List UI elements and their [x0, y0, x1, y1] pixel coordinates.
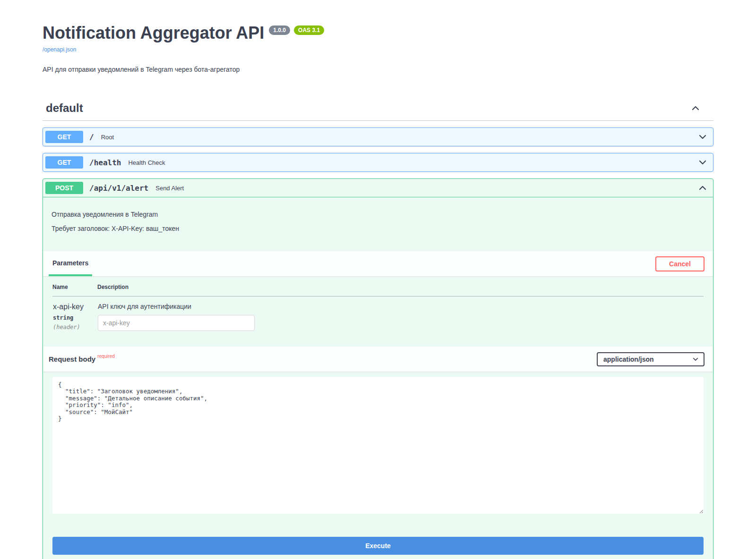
- parameter-type: string: [53, 314, 97, 321]
- openapi-spec-link[interactable]: /openapi.json: [43, 46, 76, 53]
- tag-header-default[interactable]: default: [43, 102, 713, 121]
- op-path: /: [83, 133, 99, 142]
- opblock-summary-get-health[interactable]: GET /health Health Check: [43, 153, 713, 171]
- opblock-summary-get-root[interactable]: GET / Root: [43, 128, 713, 146]
- op-summary-text: Send Alert: [153, 185, 184, 192]
- method-badge-post: POST: [45, 182, 83, 194]
- media-type-select[interactable]: application/json: [597, 352, 704, 366]
- opblock-body: Отправка уведомления в Telegram Требует …: [43, 197, 713, 559]
- media-type-wrap: application/json: [597, 352, 704, 366]
- cancel-button[interactable]: Cancel: [655, 256, 704, 271]
- op-summary-text: Root: [99, 134, 114, 141]
- op-path: /api/v1/alert: [83, 184, 153, 193]
- parameter-name: x-api-key: [53, 303, 97, 311]
- collapse-section-icon[interactable]: [691, 103, 700, 113]
- column-header-description: Description: [97, 284, 704, 296]
- required-badge: required: [97, 354, 115, 359]
- method-badge-get: GET: [45, 131, 83, 143]
- request-body-editor: { "title": "Заголовок уведомления", "mes…: [43, 372, 713, 514]
- expand-operation-icon[interactable]: [698, 132, 707, 142]
- operation-description-line1: Отправка уведомления в Telegram: [52, 211, 704, 218]
- op-summary-text: Health Check: [126, 159, 165, 166]
- version-badge: 1.0.0: [269, 25, 290, 35]
- api-description: API для отправки уведомлений в Telegram …: [43, 66, 713, 73]
- method-badge-get: GET: [45, 156, 83, 169]
- opblock-summary-post-alert[interactable]: POST /api/v1/alert Send Alert: [43, 179, 713, 197]
- expand-operation-icon[interactable]: [698, 158, 707, 167]
- tag-title: default: [46, 102, 83, 115]
- oas-badge: OAS 3.1: [294, 25, 324, 35]
- opblock-get-root: GET / Root: [43, 127, 713, 146]
- request-body-textarea[interactable]: { "title": "Заголовок уведомления", "mes…: [52, 377, 704, 514]
- api-title-row: Notification Aggregator API 1.0.0 OAS 3.…: [43, 25, 713, 42]
- request-body-section-header: Request body required application/json: [43, 347, 713, 372]
- parameters-section-header: Parameters Cancel: [43, 251, 713, 276]
- operation-description: Отправка уведомления в Telegram Требует …: [43, 197, 713, 251]
- execute-wrapper: Execute: [43, 514, 713, 559]
- parameter-row: x-api-key string (header) API ключ для а…: [52, 296, 704, 332]
- api-title: Notification Aggregator API: [43, 25, 264, 42]
- swagger-page: Notification Aggregator API 1.0.0 OAS 3.…: [43, 0, 713, 559]
- opblock-get-health: GET /health Health Check: [43, 153, 713, 172]
- opblock-post-alert: POST /api/v1/alert Send Alert Отправка у…: [43, 178, 713, 559]
- execute-button[interactable]: Execute: [52, 537, 704, 555]
- api-info: Notification Aggregator API 1.0.0 OAS 3.…: [43, 0, 713, 73]
- column-header-name: Name: [52, 284, 97, 296]
- parameter-value-input[interactable]: [98, 315, 255, 331]
- tag-section-default: default GET / Root GET /health: [43, 102, 713, 559]
- parameter-description: API ключ для аутентификации: [98, 303, 703, 310]
- op-path: /health: [83, 158, 126, 167]
- collapse-operation-icon[interactable]: [698, 183, 707, 193]
- tab-parameters[interactable]: Parameters: [49, 251, 92, 276]
- operation-description-line2: Требует заголовок: X-API-Key: ваш_токен: [52, 225, 704, 232]
- api-badges: 1.0.0 OAS 3.1: [269, 25, 324, 35]
- parameters-table: Name Description x-api-key string (heade…: [52, 284, 704, 331]
- parameters-container: Name Description x-api-key string (heade…: [43, 276, 713, 347]
- parameter-location: (header): [53, 324, 97, 330]
- request-body-label: Request body: [49, 355, 95, 363]
